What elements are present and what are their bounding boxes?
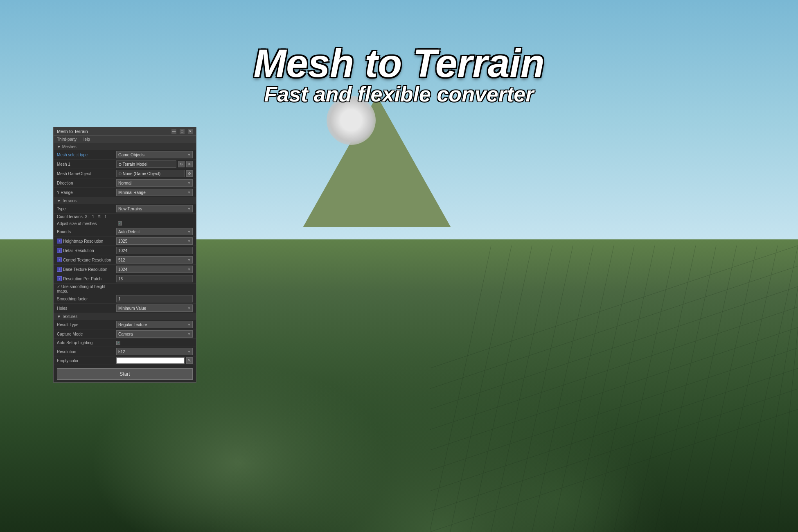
auto-setup-lighting-checkbox[interactable]: ✓ <box>116 341 120 345</box>
control-texture-dropdown[interactable]: 512 ▼ <box>116 256 193 264</box>
svg-line-9 <box>450 246 512 532</box>
mesh-1-input[interactable]: ⊙ Terrain Model <box>116 160 176 168</box>
auto-setup-lighting-row: Auto Setup Lighting ✓ <box>54 339 196 347</box>
mesh-1-clear-icon[interactable]: ✕ <box>186 161 193 167</box>
capture-mode-dropdown[interactable]: Camera ▼ <box>116 330 193 338</box>
detail-resolution-label: Detail Resolution <box>63 248 94 253</box>
direction-dropdown-arrow-icon: ▼ <box>187 181 191 185</box>
heightmap-resolution-row: ! Heightmap Resolution 1025 ▼ <box>54 237 196 246</box>
mesh-1-value: ⊙ Terrain Model ⊙ ✕ <box>116 160 193 168</box>
svg-line-0 <box>430 368 798 491</box>
panel-content: ▼ Meshes Mesh select type Game Objects ▼… <box>54 143 196 382</box>
svg-line-8 <box>430 409 798 532</box>
mesh-gameobject-input[interactable]: ⊙ None (Game Object) <box>116 170 185 177</box>
detail-resolution-row: ! Detail Resolution <box>54 246 196 255</box>
empty-color-picker-icon[interactable]: ✎ <box>186 357 193 364</box>
holes-value: Minimum Value ▼ <box>116 304 193 312</box>
base-texture-arrow-icon: ▼ <box>187 268 191 271</box>
bounds-dropdown[interactable]: Auto Detect ▼ <box>116 228 193 235</box>
main-title: Mesh to Terrain <box>253 41 544 86</box>
svg-line-17 <box>614 246 675 532</box>
resolution-per-patch-input[interactable] <box>116 275 193 282</box>
base-texture-row: ! Base Texture Resolution 1024 ▼ <box>54 265 196 274</box>
y-range-value: Minimal Range ▼ <box>116 189 193 196</box>
maximize-button[interactable]: □ <box>180 129 185 134</box>
mountain-peak <box>303 96 451 227</box>
direction-value: Normal ▼ <box>116 179 193 187</box>
svg-line-11 <box>491 246 552 532</box>
type-row: Type New Terrains ▼ <box>54 204 196 214</box>
mesh-select-type-dropdown[interactable]: Game Objects ▼ <box>116 151 193 158</box>
svg-line-15 <box>573 246 634 532</box>
count-terrains-y-value[interactable]: 1 <box>104 214 107 219</box>
adjust-size-checkbox[interactable]: ✓ <box>118 221 122 225</box>
terrains-section-header[interactable]: ▼ Terrains: <box>54 197 196 204</box>
smoothing-factor-label: Smoothing factor <box>57 297 116 301</box>
resolution-per-patch-value <box>116 275 193 282</box>
svg-line-16 <box>593 246 655 532</box>
svg-line-10 <box>471 246 532 532</box>
mesh-gameobject-row: Mesh GameObject ⊙ None (Game Object) ⊙ <box>54 169 196 178</box>
textures-section-header[interactable]: ▼ Textures <box>54 313 196 320</box>
start-button[interactable]: Start <box>57 368 193 380</box>
svg-line-6 <box>430 246 798 368</box>
count-terrains-x-value[interactable]: 1 <box>92 214 95 219</box>
type-dropdown[interactable]: New Terrains ▼ <box>116 205 193 212</box>
resolution-dropdown[interactable]: 512 ▼ <box>116 348 193 355</box>
capture-mode-arrow-icon: ▼ <box>187 332 191 336</box>
main-subtitle: Fast and flexible converter <box>253 82 544 106</box>
heightmap-indicator: ! <box>57 239 62 243</box>
menu-third-party[interactable]: Third-party <box>57 137 77 142</box>
meshes-section-header[interactable]: ▼ Meshes <box>54 143 196 150</box>
bounds-value: Auto Detect ▼ <box>116 228 193 235</box>
svg-line-24 <box>757 286 798 532</box>
meshes-section-label: ▼ Meshes <box>57 144 77 149</box>
svg-line-3 <box>430 307 798 430</box>
resolution-arrow-icon: ▼ <box>187 350 191 354</box>
svg-line-20 <box>675 246 737 532</box>
heightmap-resolution-dropdown[interactable]: 1025 ▼ <box>116 237 193 245</box>
detail-resolution-input[interactable] <box>116 247 193 254</box>
result-type-value: Regular Texture ▼ <box>116 321 193 328</box>
close-button[interactable]: ✕ <box>188 129 193 134</box>
svg-line-26 <box>430 246 491 532</box>
bounds-dropdown-arrow-icon: ▼ <box>187 230 191 234</box>
result-type-row: Result Type Regular Texture ▼ <box>54 320 196 329</box>
detail-indicator: ! <box>57 248 62 253</box>
minimize-button[interactable]: — <box>171 129 176 134</box>
type-value: New Terrains ▼ <box>116 205 193 212</box>
capture-mode-label: Capture Mode <box>57 332 116 336</box>
control-texture-arrow-icon: ▼ <box>187 258 191 262</box>
mesh-1-row: Mesh 1 ⊙ Terrain Model ⊙ ✕ <box>54 160 196 169</box>
holes-dropdown[interactable]: Minimum Value ▼ <box>116 304 193 312</box>
svg-line-22 <box>716 246 778 532</box>
base-texture-value: 1024 ▼ <box>116 266 193 273</box>
base-indicator: ! <box>57 267 62 272</box>
mesh-select-type-row: Mesh select type Game Objects ▼ <box>54 150 196 160</box>
svg-line-21 <box>696 246 757 532</box>
wire-mesh-overlay <box>430 164 798 532</box>
count-terrains-row: Count terrains. X: 1 Y: 1 <box>54 214 196 220</box>
holes-label: Holes <box>57 306 116 311</box>
svg-line-4 <box>430 286 798 409</box>
result-type-dropdown[interactable]: Regular Texture ▼ <box>116 321 193 328</box>
y-range-dropdown[interactable]: Minimal Range ▼ <box>116 189 193 196</box>
resolution-row: Resolution 512 ▼ <box>54 347 196 356</box>
result-type-arrow-icon: ▼ <box>187 323 191 327</box>
mesh-select-type-value: Game Objects ▼ <box>116 151 193 158</box>
mesh-1-select-icon[interactable]: ⊙ <box>178 161 185 167</box>
direction-label: Direction <box>57 181 116 185</box>
mesh-gameobject-select-icon[interactable]: ⊙ <box>186 170 193 177</box>
base-texture-dropdown[interactable]: 1024 ▼ <box>116 266 193 273</box>
svg-line-13 <box>532 246 593 532</box>
empty-color-preview[interactable] <box>116 357 185 364</box>
menu-help[interactable]: Help <box>81 137 90 142</box>
control-texture-label: Control Texture Resolution <box>63 258 111 262</box>
smoothing-factor-input[interactable] <box>116 295 193 302</box>
holes-dropdown-arrow-icon: ▼ <box>187 307 191 310</box>
direction-dropdown[interactable]: Normal ▼ <box>116 179 193 187</box>
textures-section-label: ▼ Textures <box>57 314 77 319</box>
resolution-per-patch-row: ! Resolution Per Patch <box>54 274 196 284</box>
dropdown-arrow-icon: ▼ <box>187 153 191 157</box>
y-range-label: Y Range <box>57 190 116 195</box>
